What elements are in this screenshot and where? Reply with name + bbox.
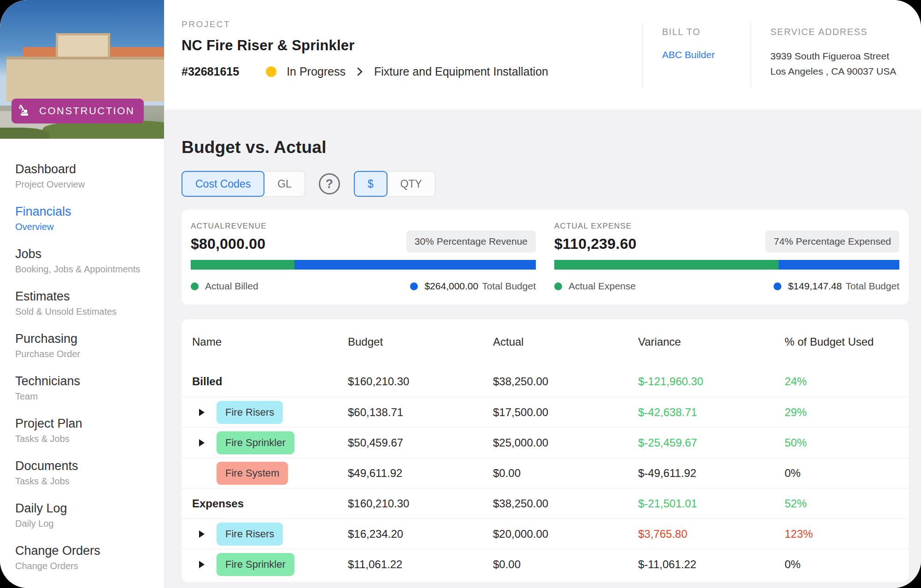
bill-to-section: BILL TO ABC Builder: [642, 23, 751, 88]
construction-badge-label: CONSTRUCTION: [39, 105, 135, 117]
sidebar-menu: Dashboard Project Overview Financials Ov…: [0, 139, 164, 585]
service-address: 3939 South Figueroa Street Los Angeles ,…: [770, 48, 921, 79]
sidebar-item-label: Dashboard: [15, 161, 155, 177]
blue-dot-icon: [410, 282, 418, 290]
table-row-fire-risers-expenses[interactable]: Fire Risers $16,234.20 $20,000.00 $3,765…: [182, 518, 909, 549]
row-pct-used: 29%: [785, 406, 899, 419]
photo-windows: [10, 72, 164, 93]
revenue-legend: Actual Billed $264,000.00Total Budget: [191, 281, 536, 292]
table-header-row: Name Budget Actual Variance % of Budget …: [182, 330, 909, 353]
address-line-2: Los Angeles , CA 90037 USA: [770, 64, 921, 79]
project-info: PROJECT NC Fire Riser & Sprinkler #32681…: [164, 0, 642, 110]
sidebar-item-label: Change Orders: [15, 542, 155, 559]
sidebar-item-sublabel: Team: [15, 389, 155, 404]
revenue-progress-bar: [191, 260, 536, 270]
expense-percentage-badge: 74% Percentage Expensed: [765, 230, 899, 253]
sidebar-item-label: Jobs: [15, 246, 155, 262]
project-name: NC Fire Riser & Sprinkler: [182, 37, 642, 54]
revenue-bar-actual: [191, 260, 294, 270]
bill-to-link[interactable]: ABC Builder: [662, 49, 751, 60]
sidebar-item-estimates[interactable]: Estimates Sold & Unsold Estimates: [15, 288, 155, 319]
sidebar-item-sublabel: Tasks & Jobs: [15, 432, 155, 446]
address-line-1: 3939 South Figueroa Street: [770, 48, 921, 64]
sidebar-item-documents[interactable]: Documents Tasks & Jobs: [15, 458, 155, 488]
row-actual: $17,500.00: [493, 406, 638, 419]
sidebar-item-purchasing[interactable]: Purchasing Purchase Order: [15, 330, 155, 361]
qty-tab[interactable]: QTY: [387, 171, 435, 197]
sidebar-item-daily-log[interactable]: Daily Log Daily Log: [15, 500, 155, 531]
cost-codes-tab[interactable]: Cost Codes: [182, 171, 264, 197]
cost-codes-gl-toggle: Cost Codes GL: [182, 171, 305, 197]
content-area: Budget vs. Actual Cost Codes GL ? $ QTY …: [164, 110, 921, 588]
row-variance: $-49,611.92: [638, 467, 785, 480]
sidebar-item-label: Documents: [15, 458, 155, 474]
row-variance: $-21,501.01: [638, 497, 785, 510]
row-budget: $160,210.30: [348, 497, 493, 510]
revenue-percentage-badge: 30% Percentage Revenue: [406, 230, 536, 253]
sidebar-item-sublabel: Project Overview: [15, 177, 155, 192]
expense-total-budget-value: $149,147.48: [788, 281, 842, 292]
row-budget: $60,138.71: [348, 406, 493, 419]
project-status-row: #32681615 In Progress Fixture and Equipm…: [182, 65, 642, 78]
table-row-fire-sprinkler-expenses[interactable]: Fire Sprinkler $11,061.22 $0.00 $-11,061…: [182, 549, 909, 579]
sidebar-item-label: Estimates: [15, 288, 155, 305]
service-address-section: SERVICE ADDRESS 3939 South Figueroa Stre…: [751, 23, 921, 88]
table-row-fire-risers-billed[interactable]: Fire Risers $60,138.71 $17,500.00 $-42,6…: [182, 397, 909, 427]
row-budget: $11,061.22: [348, 558, 493, 571]
table-row-billed: Billed $160,210.30 $38,250.00 $-121,960.…: [182, 366, 909, 397]
sidebar-item-change-orders[interactable]: Change Orders Change Orders: [15, 542, 155, 573]
row-actual: $0.00: [493, 558, 638, 571]
expand-arrow-icon[interactable]: [199, 530, 205, 538]
row-budget: $50,459.67: [348, 436, 493, 449]
sidebar-item-label: Project Plan: [15, 415, 155, 432]
service-address-label: SERVICE ADDRESS: [770, 27, 921, 37]
main-area: PROJECT NC Fire Riser & Sprinkler #32681…: [164, 0, 921, 588]
sidebar-item-label: Technicians: [15, 373, 155, 389]
cost-code-pill: Fire Sprinkler: [217, 431, 294, 454]
table-row-fire-system-billed[interactable]: Fire System $49,611.92 $0.00 $-49,611.92…: [182, 458, 909, 488]
cost-code-pill: Fire Risers: [217, 523, 283, 546]
sidebar-item-sublabel: Tasks & Jobs: [15, 474, 155, 488]
row-variance: $-121,960.30: [638, 375, 785, 388]
page-title: Budget vs. Actual: [182, 138, 909, 157]
construction-badge: CONSTRUCTION: [12, 99, 144, 123]
sidebar-item-dashboard[interactable]: Dashboard Project Overview: [15, 161, 155, 192]
project-status: In Progress: [287, 65, 346, 78]
sidebar-item-jobs[interactable]: Jobs Booking, Jobs & Appointments: [15, 246, 155, 276]
expand-arrow-icon[interactable]: [199, 439, 205, 447]
row-pct-used: 123%: [785, 528, 899, 541]
row-actual: $38,250.00: [493, 375, 638, 388]
sidebar-item-sublabel: Overview: [15, 220, 155, 234]
sidebar-item-financials[interactable]: Financials Overview: [15, 203, 155, 234]
excavator-icon: [18, 104, 34, 118]
sidebar-item-project-plan[interactable]: Project Plan Tasks & Jobs: [15, 415, 155, 446]
project-header: PROJECT NC Fire Riser & Sprinkler #32681…: [164, 0, 921, 110]
expense-value: $110,239.60: [554, 235, 636, 253]
sidebar-item-sublabel: Change Orders: [15, 559, 155, 573]
table-row-expenses: Expenses $160,210.30 $38,250.00 $-21,501…: [182, 488, 909, 518]
row-name: Billed: [192, 375, 222, 388]
budget-table: Name Budget Actual Variance % of Budget …: [182, 319, 909, 582]
sidebar-item-sublabel: Purchase Order: [15, 347, 155, 361]
project-number: #32681615: [182, 65, 239, 78]
gl-tab[interactable]: GL: [264, 171, 305, 197]
cost-code-pill: Fire Sprinkler: [217, 553, 294, 576]
row-pct-used: 0%: [785, 467, 899, 480]
dollar-tab[interactable]: $: [354, 171, 387, 197]
help-icon[interactable]: ?: [319, 173, 340, 194]
expand-arrow-icon[interactable]: [199, 561, 205, 568]
expand-arrow-icon[interactable]: [199, 409, 205, 416]
cost-code-pill: Fire Risers: [217, 401, 283, 424]
column-header-variance: Variance: [638, 335, 785, 348]
row-actual: $38,250.00: [493, 497, 638, 510]
sidebar-item-label: Daily Log: [15, 500, 155, 517]
cost-code-pill: Fire System: [217, 462, 288, 485]
row-actual: $20,000.00: [493, 528, 638, 541]
table-row-fire-sprinkler-billed[interactable]: Fire Sprinkler $50,459.67 $25,000.00 $-2…: [182, 427, 909, 458]
sidebar-item-technicians[interactable]: Technicians Team: [15, 373, 155, 404]
summary-card: ACTUALREVENUE $80,000.00 30% Percentage …: [182, 210, 909, 305]
toolbar: Cost Codes GL ? $ QTY: [182, 171, 909, 197]
sidebar-item-sublabel: Booking, Jobs & Appointments: [15, 262, 155, 276]
row-variance: $-42,638.71: [638, 406, 785, 419]
green-dot-icon: [191, 282, 199, 290]
